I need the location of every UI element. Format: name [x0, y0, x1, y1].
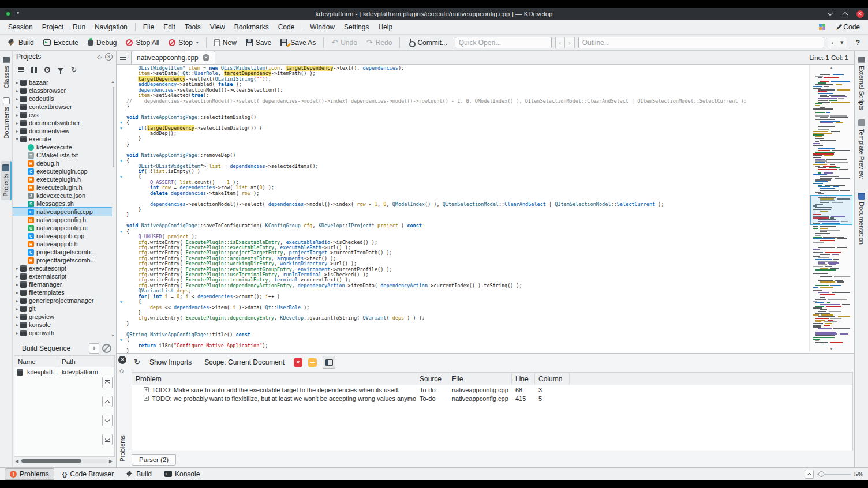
scrollbar-track[interactable]	[20, 459, 107, 463]
move-to-bottom-button[interactable]	[102, 434, 113, 445]
code-line[interactable]: void NativeAppConfigPage::saveToConfigur…	[126, 223, 808, 228]
stop-button[interactable]: Stop▾	[164, 37, 203, 48]
expand-icon[interactable]: ▸	[14, 322, 20, 328]
code-line[interactable]: }	[126, 142, 808, 147]
todo-filter-toggle[interactable]	[308, 358, 317, 367]
menu-window[interactable]: Window	[305, 21, 339, 33]
build-sequence-row[interactable]: kdevplatf... kdevplatform	[14, 367, 114, 377]
scroll-down-icon[interactable]: ▼	[810, 347, 853, 351]
code-line[interactable]: delete dependencies->takeItem( row );	[126, 191, 808, 196]
code-line[interactable]: QString NativeAppConfigPage::title() con…	[126, 332, 808, 337]
fold-marker[interactable]: ▼	[117, 120, 126, 125]
code-line[interactable]: void NativeAppConfigPage::removeDep()	[126, 153, 808, 158]
code-line[interactable]: }	[126, 207, 808, 212]
minimize-button[interactable]	[825, 9, 835, 18]
code-line[interactable]: cfg.writeEntry( ExecutePlugin::dependenc…	[126, 283, 808, 288]
expand-icon[interactable]: ▸	[14, 121, 20, 126]
redo-button[interactable]: ↷Redo	[362, 37, 396, 48]
menu-run[interactable]: Run	[68, 21, 90, 33]
column-column-header[interactable]: Column	[535, 373, 570, 385]
menu-tools[interactable]: Tools	[180, 21, 205, 33]
minimap-scrollbar[interactable]: ▲ ▼	[809, 65, 853, 352]
code-line[interactable]: }	[126, 348, 808, 353]
tree-item[interactable]: ▸filetemplates	[13, 288, 112, 296]
menu-navigation[interactable]: Navigation	[90, 21, 132, 33]
execute-button[interactable]: Execute	[39, 37, 83, 48]
code-line[interactable]: }	[126, 104, 808, 109]
code-line[interactable]: dependencies->selectionModel()->select( …	[126, 202, 808, 207]
tree-item[interactable]: Hnativeappjob.h	[13, 240, 112, 248]
fold-marker[interactable]: ▼	[117, 174, 126, 179]
dropdown-button[interactable]: ▾	[837, 37, 847, 48]
area-switcher-button[interactable]	[815, 22, 830, 32]
outline-input[interactable]	[578, 37, 824, 48]
code-line[interactable]: return i18n("Configure Native Applicatio…	[126, 343, 808, 348]
statusbar-konsole-button[interactable]: › Konsole	[160, 469, 204, 479]
tree-item[interactable]: ▸grepview	[13, 313, 112, 321]
settings-button[interactable]	[42, 65, 53, 75]
commit-button[interactable]: Commit...	[403, 37, 451, 48]
scroll-right-icon[interactable]: ▶	[109, 459, 113, 464]
menu-session[interactable]: Session	[3, 21, 38, 33]
code-line[interactable]: void NativeAppConfigPage::selectItemDial…	[126, 115, 808, 120]
undo-button[interactable]: ↶Undo	[327, 37, 361, 48]
code-line[interactable]: }	[126, 212, 808, 217]
tree-item[interactable]: ▸git	[13, 305, 112, 313]
expand-icon[interactable]: ▸	[14, 282, 20, 287]
tree-scroll-down-icon[interactable]: ▼	[111, 333, 115, 337]
next-button[interactable]: ›	[565, 37, 575, 48]
tree-item[interactable]: ▸openwith	[13, 329, 112, 337]
remove-from-build-sequence-button[interactable]	[102, 344, 111, 353]
problem-column-header[interactable]: Problem	[132, 373, 416, 385]
tree-item[interactable]: Cnativeappjob.cpp	[13, 232, 112, 240]
sidebar-tab-documents[interactable]: Documents	[2, 94, 11, 142]
expand-icon[interactable]: ▸	[14, 112, 20, 118]
tree-item[interactable]: Hnativeappconfig.h	[13, 216, 112, 224]
tree-item[interactable]: ▸contextbrowser	[13, 103, 112, 111]
fold-marker[interactable]: ▼	[117, 337, 126, 343]
maximize-button[interactable]	[840, 9, 850, 18]
source-column-header[interactable]: Source	[416, 373, 448, 385]
code-line[interactable]: addDep();	[126, 131, 808, 136]
previous-button[interactable]: ‹	[555, 37, 565, 48]
save-as-button[interactable]: Save As	[276, 37, 320, 48]
document-list-button[interactable]	[117, 51, 129, 64]
new-button[interactable]: New	[210, 37, 241, 48]
tree-item[interactable]: Jkdevexecute.json	[13, 192, 112, 200]
fold-marker[interactable]: ▼	[117, 229, 126, 234]
scrollbar-thumb[interactable]	[21, 459, 81, 463]
tree-item[interactable]: ▸documentswitcher	[13, 119, 112, 127]
move-up-button[interactable]	[102, 396, 113, 407]
code-area-button[interactable]: Code	[834, 21, 865, 33]
close-button[interactable]: ✕	[855, 9, 865, 18]
code-line[interactable]: for( int i = 0; i < dependencies->count(…	[126, 294, 808, 299]
expand-icon[interactable]: ▸	[14, 314, 20, 320]
tree-item[interactable]: ▸documentview	[13, 127, 112, 135]
detach-panel-icon[interactable]: ◇	[97, 54, 102, 60]
show-targets-button[interactable]	[16, 65, 26, 75]
line-column-header[interactable]: Line	[512, 373, 535, 385]
menu-view[interactable]: View	[205, 21, 230, 33]
debug-button[interactable]: Debug	[84, 37, 121, 48]
tab-close-icon[interactable]: ✕	[203, 54, 209, 61]
menu-code[interactable]: Code	[274, 21, 300, 33]
errors-filter-toggle[interactable]: ✕	[294, 358, 302, 367]
code-lines[interactable]: QListWidgetItem* item = new QListWidgetI…	[126, 66, 808, 353]
move-to-top-button[interactable]	[102, 377, 113, 388]
tree-item[interactable]: ▾execute	[13, 135, 112, 143]
move-down-button[interactable]	[102, 415, 113, 426]
expand-icon[interactable]: ▸	[14, 80, 20, 85]
sidebar-tab-template-preview[interactable]: Template Preview	[857, 116, 866, 182]
tree-item[interactable]: ▸genericprojectmanager	[13, 296, 112, 305]
tree-item[interactable]: ▸bazaar	[13, 78, 112, 87]
code-line[interactable]: if( !list.isEmpty() )	[126, 169, 808, 174]
tree-item[interactable]: SMessages.sh	[13, 200, 112, 208]
jump-forward-button[interactable]: ›	[828, 37, 837, 48]
code-line[interactable]: // dependencies->selectionModel()->selec…	[126, 99, 808, 104]
zoom-expand-button[interactable]	[805, 470, 814, 479]
tree-item[interactable]: Cnativeappconfig.cpp	[13, 208, 112, 216]
expand-icon[interactable]: ▸	[14, 96, 20, 102]
file-column-header[interactable]: File	[448, 373, 512, 385]
problem-row[interactable]: +TODO: Make sure to auto-add the executa…	[132, 385, 852, 394]
tree-item[interactable]: Unativeappconfig.ui	[13, 224, 112, 232]
